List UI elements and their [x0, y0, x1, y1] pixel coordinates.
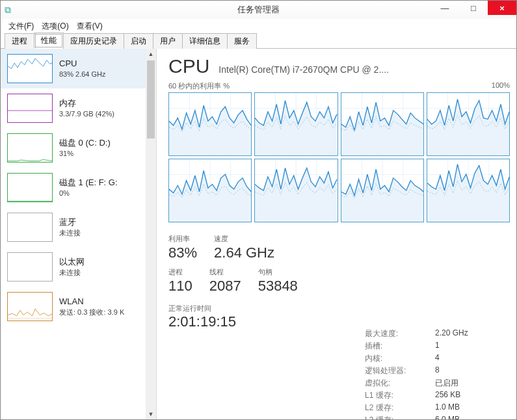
sidebar-item-memory[interactable]: 内存 3.3/7.9 GB (42%): [1, 88, 156, 128]
app-icon: ⧉: [5, 5, 15, 15]
info-l1-v: 256 KB: [435, 390, 468, 401]
minimize-button[interactable]: —: [431, 1, 459, 15]
info-lproc-k: 逻辑处理器:: [365, 365, 423, 376]
stat-threads: 线程 2087: [209, 267, 241, 295]
stat-util-value: 83%: [168, 244, 197, 262]
graph-left-label: 60 秒内的利用率 %: [168, 81, 230, 91]
sidebar-item-cpu[interactable]: CPU 83% 2.64 GHz: [1, 49, 156, 88]
stat-hnd-value: 53848: [258, 277, 298, 295]
cpu-thumbnail: [7, 54, 53, 83]
content-body: CPU 83% 2.64 GHz 内存 3.3/7.9 GB (42%): [1, 49, 516, 419]
sidebar-disk0-info: 磁盘 0 (C: D:) 31%: [59, 137, 111, 159]
sidebar-mem-info: 内存 3.3/7.9 GB (42%): [59, 98, 114, 120]
stat-uptime-label: 正常运行时间: [168, 304, 510, 313]
stat-processes: 进程 110: [168, 267, 192, 295]
info-l3-v: 6.0 MB: [435, 415, 468, 419]
core-graphs-row2: [168, 159, 510, 222]
task-manager-window: ⧉ 任务管理器 — □ × 文件(F) 选项(O) 查看(V) 进程 性能 应用…: [0, 0, 517, 420]
info-cores-k: 内核:: [365, 353, 423, 364]
menu-options[interactable]: 选项(O): [39, 20, 71, 33]
sidebar-item-bluetooth[interactable]: 蓝牙 未连接: [1, 207, 156, 247]
sidebar-disk1-title: 磁盘 1 (E: F: G:: [59, 177, 118, 189]
info-virt-v: 已启用: [435, 378, 468, 389]
sidebar-eth-info: 以太网 未连接: [59, 256, 85, 278]
sidebar-eth-sub: 未连接: [59, 268, 85, 278]
menu-bar: 文件(F) 选项(O) 查看(V): [1, 19, 516, 33]
info-maxspeed-k: 最大速度:: [365, 328, 423, 339]
sidebar-bt-title: 蓝牙: [59, 217, 81, 228]
disk0-thumbnail: [7, 133, 53, 163]
sidebar-mem-sub: 3.3/7.9 GB (42%): [59, 109, 114, 119]
core-graph-2: [341, 92, 424, 156]
disk1-thumbnail: [7, 173, 53, 202]
stat-utilization: 利用率 83%: [168, 234, 197, 262]
tab-bar: 进程 性能 应用历史记录 启动 用户 详细信息 服务: [1, 33, 516, 49]
stat-util-label: 利用率: [168, 234, 197, 244]
wlan-thumbnail: [7, 292, 53, 321]
scroll-down-icon[interactable]: ▼: [146, 409, 156, 419]
core-graph-7: [427, 159, 510, 222]
core-graph-5: [254, 159, 338, 222]
stat-speed: 速度 2.64 GHz: [214, 234, 274, 262]
tab-processes[interactable]: 进程: [5, 33, 34, 49]
cpu-info-table: 最大速度: 2.20 GHz 插槽: 1 内核: 4 逻辑处理器: 8 虚拟化:…: [365, 328, 468, 419]
sidebar-wlan-title: WLAN: [59, 296, 124, 308]
info-l2-v: 1.0 MB: [435, 402, 468, 413]
scroll-thumb[interactable]: [147, 60, 155, 138]
tab-startup[interactable]: 启动: [124, 33, 153, 49]
tab-app-history[interactable]: 应用历史记录: [63, 33, 124, 49]
window-controls: — □ ×: [431, 1, 516, 15]
sidebar-disk0-sub: 31%: [59, 149, 111, 159]
info-cores-v: 4: [435, 353, 468, 364]
stat-uptime: 正常运行时间 2:01:19:15: [168, 304, 510, 330]
sidebar-wlan-sub: 发送: 0.3 接收: 3.9 K: [59, 308, 124, 317]
tab-performance[interactable]: 性能: [34, 33, 64, 49]
core-graph-6: [341, 159, 424, 222]
sidebar-cpu-sub: 83% 2.64 GHz: [59, 70, 106, 79]
tab-services[interactable]: 服务: [227, 33, 257, 49]
menu-view[interactable]: 查看(V): [74, 20, 105, 33]
sidebar-item-ethernet[interactable]: 以太网 未连接: [1, 247, 156, 287]
maximize-button[interactable]: □: [459, 1, 488, 15]
stats-row-1: 利用率 83% 速度 2.64 GHz: [168, 234, 510, 262]
sidebar-eth-title: 以太网: [59, 256, 85, 268]
sidebar-disk0-title: 磁盘 0 (C: D:): [59, 137, 111, 149]
stat-speed-label: 速度: [214, 234, 274, 244]
info-lproc-v: 8: [435, 365, 468, 376]
cpu-subtitle: Intel(R) Core(TM) i7-2670QM CPU @ 2....: [219, 64, 389, 75]
graph-right-label: 100%: [492, 81, 510, 91]
stat-handles: 句柄 53848: [258, 267, 298, 295]
ethernet-thumbnail: [7, 252, 53, 282]
memory-thumbnail: [7, 94, 53, 123]
sidebar-item-disk0[interactable]: 磁盘 0 (C: D:) 31%: [1, 128, 156, 168]
bluetooth-thumbnail: [7, 213, 53, 242]
info-l1-k: L1 缓存:: [365, 390, 423, 401]
graph-subheading: 60 秒内的利用率 % 100%: [168, 81, 510, 91]
info-maxspeed-v: 2.20 GHz: [435, 328, 468, 339]
sidebar-item-disk1[interactable]: 磁盘 1 (E: F: G: 0%: [1, 168, 156, 207]
stat-thr-label: 线程: [209, 267, 241, 277]
info-l2-k: L2 缓存:: [365, 402, 423, 413]
scroll-up-icon[interactable]: ▲: [146, 49, 156, 59]
close-button[interactable]: ×: [488, 1, 516, 15]
sidebar-cpu-info: CPU 83% 2.64 GHz: [59, 58, 106, 80]
cpu-header: CPU Intel(R) Core(TM) i7-2670QM CPU @ 2.…: [168, 55, 510, 77]
sidebar-disk1-info: 磁盘 1 (E: F: G: 0%: [59, 177, 118, 199]
tab-details[interactable]: 详细信息: [182, 33, 228, 49]
sidebar-disk1-sub: 0%: [59, 189, 118, 198]
sidebar-scrollbar[interactable]: ▲ ▼: [146, 49, 156, 419]
perf-sidebar: CPU 83% 2.64 GHz 内存 3.3/7.9 GB (42%): [1, 49, 157, 419]
menu-file[interactable]: 文件(F): [6, 20, 36, 33]
title-bar[interactable]: ⧉ 任务管理器 — □ ×: [1, 1, 516, 19]
info-sockets-k: 插槽:: [365, 341, 423, 352]
stat-thr-value: 2087: [209, 277, 241, 295]
stat-speed-value: 2.64 GHz: [214, 244, 274, 262]
sidebar-wlan-info: WLAN 发送: 0.3 接收: 3.9 K: [59, 296, 124, 318]
tab-users[interactable]: 用户: [153, 33, 183, 49]
sidebar-cpu-title: CPU: [59, 58, 106, 70]
info-l3-k: L3 缓存:: [365, 415, 423, 419]
sidebar-bt-sub: 未连接: [59, 228, 81, 238]
stats-row-2: 进程 110 线程 2087 句柄 53848: [168, 267, 510, 295]
info-sockets-v: 1: [435, 341, 468, 352]
sidebar-item-wlan[interactable]: WLAN 发送: 0.3 接收: 3.9 K: [1, 287, 156, 326]
